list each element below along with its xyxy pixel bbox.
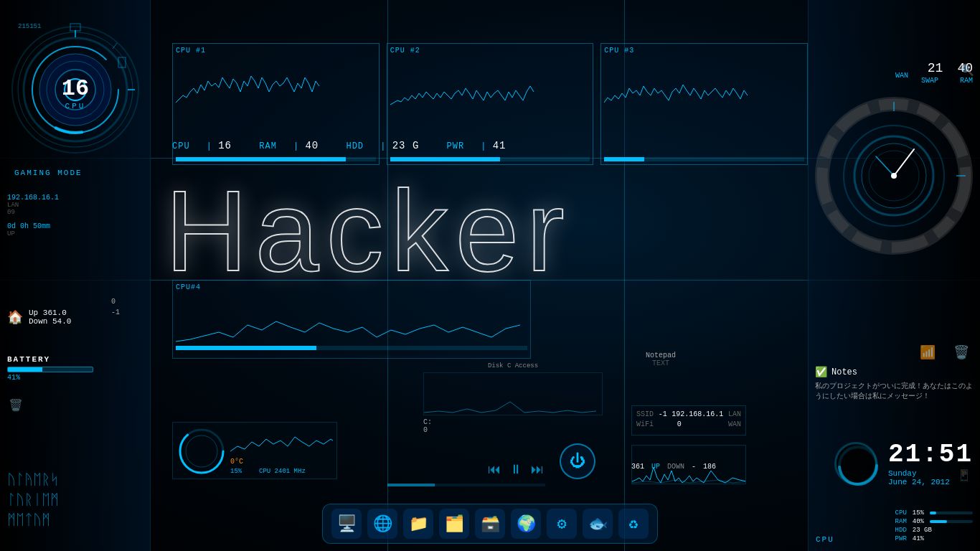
network-stats: 🏠 Up 361.0 Down 54.0: [7, 309, 71, 326]
taskbar-icon-recycle[interactable]: ♻️: [618, 509, 649, 539]
media-next[interactable]: ⏭: [531, 462, 544, 477]
clock-time: 21:51: [888, 440, 973, 469]
battery-bar: [7, 367, 93, 372]
gaming-mode-label: GAMING MODE: [14, 169, 83, 177]
power-button[interactable]: ⏻: [560, 443, 595, 479]
cpu-speed: CPU 2401 MHz: [259, 468, 306, 475]
left-panel: 16 CPU 215151 GAMING MODE 192.168.16.1 L…: [0, 0, 151, 551]
cpu-temp-display: 0°C: [230, 458, 243, 466]
cpu3-waveform: [604, 56, 804, 106]
right-panel: 21 40 SWAP RAM WAN 🔍 📶: [808, 0, 980, 551]
mini-gauge-waveform: 15% CPU 2401 MHz 0°C: [172, 422, 337, 479]
disk-val: 0: [423, 426, 603, 434]
taskbar-icon-globe[interactable]: 🌍: [511, 509, 541, 539]
corner-icons: 📶 🗑️: [920, 344, 969, 360]
cpu-percent-value: 16: [7, 75, 143, 102]
cpu4-title: CPU#4: [176, 283, 527, 291]
jp-decorative-text: ᚢᛚᚤᛖᚱᛋᛚᚢᚱᛁᛖᛗᛗᛖᛏᚢᛗ: [7, 469, 59, 529]
battery-section: BATTERY 41%: [7, 355, 93, 382]
notes-title: ✅ Notes: [815, 366, 973, 378]
phone-icon: 📱: [957, 468, 971, 483]
media-controls[interactable]: ⏮ ⏸ ⏭: [488, 462, 544, 477]
cpu-percent-small: 15%: [230, 468, 242, 475]
notepad-label: Notepad TEXT: [646, 352, 676, 367]
cpu3-progress: [604, 157, 804, 161]
uptime-display: 0d 0h 50mm UP: [7, 222, 50, 237]
wan-label: WAN: [895, 72, 908, 80]
taskbar-icon-browser[interactable]: 🌐: [367, 509, 397, 539]
cpu2-progress: [390, 157, 590, 161]
small-counter: 0: [111, 298, 116, 306]
cpu1-title: CPU #1: [176, 47, 376, 55]
bottom-stats: CPU 15% RAM 40% HDD 23 GB PWR 41%: [895, 509, 973, 544]
recycle-icon[interactable]: 🗑️: [9, 398, 23, 413]
taskbar-icon-folder3[interactable]: 🗃️: [475, 509, 505, 539]
media-pause[interactable]: ⏸: [509, 462, 522, 477]
taskbar: 🖥️ 🌐 📁 🗂️ 🗃️ 🌍 ⚙️ 🐟 ♻️: [322, 504, 658, 544]
taskbar-icon-folder2[interactable]: 🗂️: [439, 509, 469, 539]
cpu-label: CPU: [7, 102, 143, 110]
taskbar-icon-fish[interactable]: 🐟: [583, 509, 613, 539]
ssid-section: SSID -1 192.168.16.1 LAN WiFi 0 WAN: [631, 405, 746, 435]
trash-icon[interactable]: 🗑️: [953, 344, 969, 360]
media-progress-bar: [387, 484, 545, 486]
cpu4-graph: CPU#4: [172, 280, 531, 359]
stats-row: CPU | 16 RAM | 40 HDD | 23 G PWR | 41: [172, 140, 528, 151]
small-counter-2: -1: [111, 309, 120, 316]
disk-section: Disk C Access C: 0: [423, 362, 603, 434]
svg-point-25: [891, 173, 897, 179]
cpu1-waveform: [176, 56, 376, 106]
cpu2-title: CPU #2: [390, 47, 590, 55]
cpu3-graph: CPU #3: [600, 43, 808, 165]
disk-drive-label: C:: [423, 418, 603, 426]
notes-content: 私のプロジェクトがついに完成！あなたはこのようにしたい場合は私にメッセージ！: [815, 382, 973, 402]
clock-circle: [834, 442, 877, 485]
cpu2-waveform: [390, 56, 590, 106]
media-prev[interactable]: ⏮: [488, 462, 501, 477]
counter-display: 215151: [18, 23, 41, 30]
clock-widget: 21:51 Sunday June 24, 2012: [834, 440, 973, 486]
lan-ip: 192.168.16.1 LAN 09: [7, 194, 59, 216]
cpu-bottom-label: CPU: [816, 535, 834, 544]
swap-value: 21: [928, 61, 943, 75]
compass-widget: [808, 93, 980, 258]
cpu3-title: CPU #3: [604, 47, 804, 55]
wifi-icon[interactable]: 📶: [920, 344, 936, 360]
taskbar-icon-settings[interactable]: ⚙️: [547, 509, 577, 539]
cpu1-progress: [176, 157, 376, 161]
taskbar-icon-monitor[interactable]: 🖥️: [331, 509, 362, 539]
net-updown: 361 UP DOWN - 186: [631, 463, 746, 471]
cpu-gauge: 16 CPU: [7, 22, 143, 165]
taskbar-icon-folder1[interactable]: 📁: [403, 509, 433, 539]
swap-ram-labels: SWAP RAM: [921, 77, 973, 85]
notes-section: ✅ Notes 私のプロジェクトがついに完成！あなたはこのようにしたい場合は私に…: [815, 366, 973, 402]
svg-point-16: [186, 435, 217, 467]
search-icon[interactable]: 🔍: [960, 63, 974, 77]
